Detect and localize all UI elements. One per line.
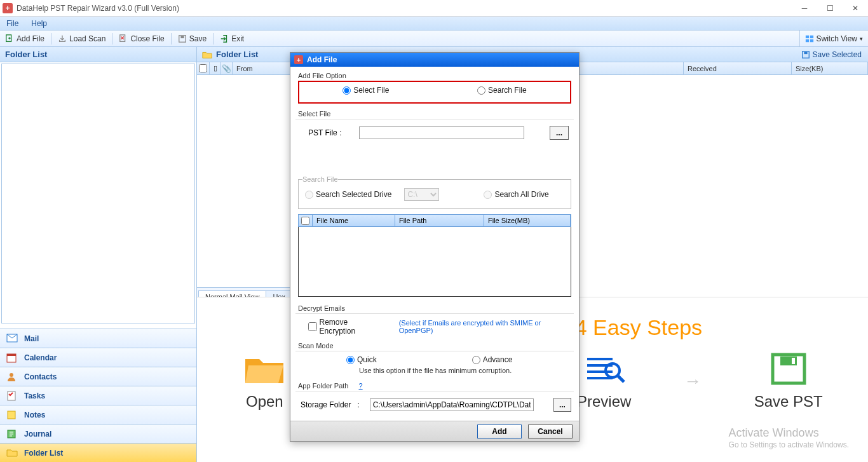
nav-folder-list[interactable]: Folder List [0, 443, 196, 462]
app-logo-icon: + [294, 55, 303, 64]
menu-help[interactable]: Help [25, 19, 53, 28]
chevron-down-icon: ▾ [860, 36, 863, 42]
svg-rect-21 [792, 358, 795, 364]
nav-contacts[interactable]: Contacts [0, 367, 196, 386]
add-file-option-group: Select File Search File [298, 81, 571, 104]
folder-icon [6, 448, 18, 458]
svg-rect-12 [8, 391, 15, 400]
save-icon [178, 34, 187, 43]
svg-rect-10 [7, 354, 16, 356]
select-all-checkbox[interactable] [197, 62, 210, 74]
notes-icon [6, 410, 18, 420]
svg-rect-5 [810, 35, 813, 37]
menu-file[interactable]: File [0, 19, 25, 28]
app-folder-help[interactable]: ? [359, 382, 363, 390]
svg-rect-7 [810, 39, 813, 41]
quick-hint: Use this option if the file has minimum … [359, 367, 571, 374]
save-button[interactable]: Save [173, 31, 212, 46]
tasks-icon [6, 391, 18, 401]
svg-rect-6 [805, 39, 808, 41]
preview-icon [582, 351, 627, 386]
scan-mode-label: Scan Mode [295, 339, 574, 351]
file-list[interactable] [298, 227, 571, 297]
contacts-icon [6, 372, 18, 382]
svg-rect-16 [804, 51, 807, 54]
nav-stack: Mail Calendar Contacts Tasks Notes Journ… [0, 329, 196, 462]
pst-file-label: PST File : [308, 128, 353, 137]
dialog-title-bar[interactable]: + Add File [290, 53, 579, 67]
file-list-header: File Name File Path File Size(MB) [298, 214, 571, 227]
svg-point-11 [10, 373, 13, 377]
add-file-icon [5, 34, 14, 43]
step-save: Save PST [754, 351, 823, 411]
exit-button[interactable]: Exit [215, 31, 249, 46]
windows-watermark: Activate Windows Go to Settings to activ… [729, 426, 849, 449]
nav-tasks[interactable]: Tasks [0, 386, 196, 405]
nav-notes[interactable]: Notes [0, 405, 196, 424]
drive-select: C:\ [404, 188, 439, 201]
menu-bar: File Help [0, 17, 868, 31]
browse-storage-button[interactable]: ... [553, 398, 571, 412]
minimize-button[interactable]: ─ [792, 0, 817, 17]
search-selected-drive-radio: Search Selected Drive [305, 190, 391, 199]
nav-calendar[interactable]: Calendar [0, 348, 196, 367]
exit-icon [220, 34, 229, 43]
svg-rect-13 [8, 411, 15, 419]
folder-tree[interactable] [1, 64, 195, 323]
switch-view-icon [805, 34, 814, 43]
svg-rect-3 [180, 36, 184, 38]
mail-icon [6, 334, 18, 344]
window-title: DataHelp PST Repair Wizard v3.0 (Full Ve… [17, 4, 179, 13]
add-file-button[interactable]: Add File [0, 31, 50, 46]
add-file-option-label: Add File Option [295, 69, 574, 81]
storage-folder-label: Storage Folder [301, 400, 351, 409]
advance-scan-radio[interactable]: Advance [472, 355, 513, 364]
step-preview: Preview [577, 351, 631, 411]
quick-scan-radio[interactable]: Quick [346, 355, 377, 364]
decrypt-label: Decrypt Emails [295, 302, 574, 313]
close-file-icon [119, 34, 128, 43]
pst-file-input[interactable] [359, 126, 524, 139]
search-file-radio[interactable]: Search File [477, 86, 527, 95]
add-file-dialog: + Add File Add File Option Select File S… [290, 52, 580, 442]
maximize-button[interactable]: ☐ [817, 0, 843, 17]
storage-folder-input[interactable] [370, 398, 534, 411]
close-file-button[interactable]: Close File [114, 31, 169, 46]
select-file-radio[interactable]: Select File [342, 86, 389, 95]
flag-col-icon[interactable]: ▯ [210, 62, 221, 74]
app-folder-path-label: App Folder Path ? [295, 379, 574, 391]
cancel-button[interactable]: Cancel [528, 425, 573, 438]
browse-pst-button[interactable]: ... [550, 126, 569, 140]
col-file-size: File Size(MB) [484, 215, 571, 226]
search-all-drive-radio: Search All Drive [484, 190, 548, 199]
switch-view-button[interactable]: Switch View ▾ [799, 31, 868, 46]
load-scan-button[interactable]: Load Scan [53, 31, 111, 46]
arrow-icon: → [684, 371, 702, 391]
title-bar: + DataHelp PST Repair Wizard v3.0 (Full … [0, 0, 868, 17]
select-file-group-label: Select File [295, 107, 574, 119]
remove-encryption-checkbox[interactable]: Remove Encryption [308, 318, 384, 336]
step-open: Open [242, 351, 287, 411]
nav-journal[interactable]: Journal [0, 424, 196, 443]
col-received: Received [684, 62, 792, 74]
save-pst-icon [766, 351, 811, 386]
add-button[interactable]: Add [477, 425, 522, 438]
calendar-icon [6, 353, 18, 363]
dialog-footer: Add Cancel [290, 421, 579, 441]
decrypt-hint: (Select if Emails are encrypted with SMI… [399, 319, 571, 334]
save-icon [801, 50, 810, 59]
nav-mail[interactable]: Mail [0, 329, 196, 348]
col-file-name: File Name [313, 215, 395, 226]
col-file-path: File Path [395, 215, 484, 226]
search-file-group: Search File Search Selected Drive C:\ Se… [298, 175, 571, 209]
attach-col-icon[interactable]: 📎 [221, 62, 233, 74]
toolbar: Add File Load Scan Close File Save Exit … [0, 31, 868, 47]
close-button[interactable]: ✕ [843, 0, 868, 17]
file-select-all[interactable] [299, 215, 313, 226]
col-size: Size(KB) [792, 62, 868, 74]
load-icon [58, 34, 67, 43]
save-selected-button[interactable]: Save Selected [801, 50, 862, 59]
journal-icon [6, 429, 18, 439]
open-folder-icon [242, 351, 287, 386]
app-logo-icon: + [3, 3, 13, 13]
